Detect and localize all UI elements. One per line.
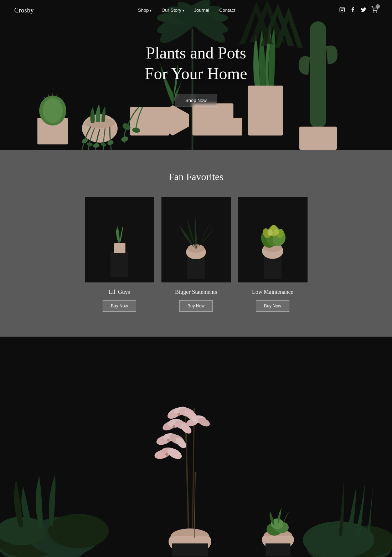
- cart-icon[interactable]: 0: [371, 6, 378, 14]
- bottom-section: [0, 337, 392, 557]
- nav-links: Shop Our Story Journal Contact: [138, 7, 235, 13]
- svg-point-83: [177, 413, 180, 416]
- nav-link-shop[interactable]: Shop: [138, 7, 151, 13]
- fan-favorites-section: Fan Favorites Lil' Guys Buy Now: [0, 150, 392, 337]
- svg-point-86: [165, 453, 168, 456]
- product-cta-low-maintenance[interactable]: Buy Now: [256, 300, 289, 312]
- product-card-low-maintenance: Low Maintenance Buy Now: [238, 197, 308, 312]
- svg-rect-38: [110, 252, 128, 277]
- product-title-low-maintenance: Low Maintenance: [252, 289, 293, 295]
- nav-icons: 0: [339, 6, 378, 14]
- products-row: Lil' Guys Buy Now: [0, 197, 392, 312]
- svg-rect-0: [340, 7, 344, 12]
- product-image-bigger-statements: [161, 197, 231, 282]
- hero-cta-button[interactable]: Shop Now: [175, 94, 217, 107]
- hero-title: Plants and Pots For Your Home: [145, 43, 247, 84]
- svg-point-1: [341, 9, 343, 10]
- nav-link-contact[interactable]: Contact: [219, 7, 235, 13]
- product-card-lil-guys: Lil' Guys Buy Now: [85, 197, 154, 312]
- hero-section: Plants and Pots For Your Home Shop Now: [0, 0, 392, 150]
- nav-link-journal[interactable]: Journal: [194, 7, 210, 13]
- product-title-bigger-statements: Bigger Statements: [175, 289, 217, 295]
- svg-point-62: [48, 514, 109, 548]
- main-nav: Crosby Shop Our Story Journal Contact: [0, 0, 392, 21]
- svg-point-3: [373, 12, 374, 12]
- svg-rect-96: [265, 543, 290, 556]
- svg-point-84: [172, 425, 175, 428]
- product-cta-bigger-statements[interactable]: Buy Now: [179, 300, 213, 312]
- svg-point-85: [167, 439, 170, 441]
- product-title-lil-guys: Lil' Guys: [109, 289, 130, 295]
- facebook-icon[interactable]: [350, 7, 356, 14]
- twitter-icon[interactable]: [361, 7, 366, 14]
- svg-rect-39: [114, 243, 125, 253]
- product-image-low-maintenance: [238, 197, 308, 282]
- product-image-lil-guys: [85, 197, 154, 282]
- svg-point-2: [343, 8, 344, 9]
- nav-link-our-story[interactable]: Our Story: [161, 7, 184, 13]
- svg-point-4: [376, 12, 377, 12]
- svg-point-102: [303, 521, 374, 557]
- product-card-bigger-statements: Bigger Statements Buy Now: [161, 197, 231, 312]
- instagram-icon[interactable]: [339, 7, 345, 14]
- site-logo[interactable]: Crosby: [14, 7, 34, 14]
- cart-count: 0: [376, 4, 380, 9]
- product-cta-lil-guys[interactable]: Buy Now: [103, 300, 136, 312]
- hero-content: Plants and Pots For Your Home Shop Now: [145, 43, 247, 107]
- svg-rect-95: [262, 536, 294, 543]
- fan-favorites-title: Fan Favorites: [0, 171, 392, 183]
- svg-rect-90: [172, 543, 208, 556]
